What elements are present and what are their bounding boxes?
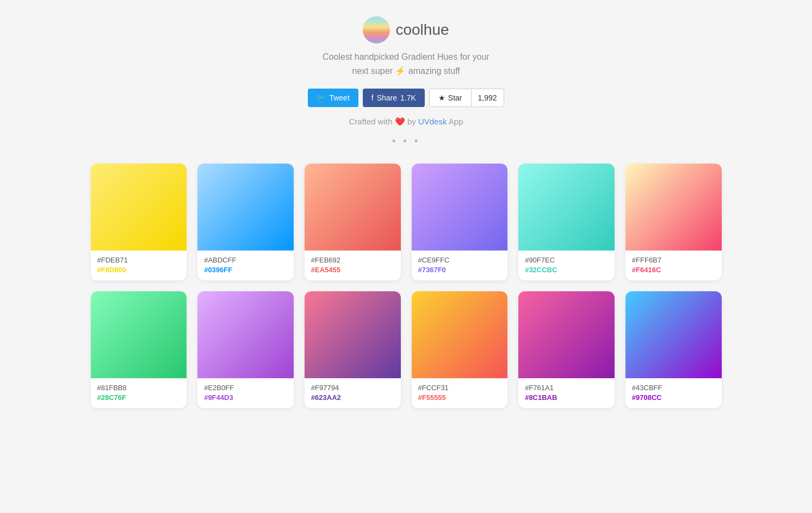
gradient-swatch-2 [197, 164, 294, 251]
logo-icon [363, 16, 390, 43]
gradient-info-3: #FEB692#EA5455 [305, 251, 401, 280]
crafted-app: App [449, 117, 463, 126]
star-group: ★ Star 1,992 [429, 89, 504, 107]
color-end-12: #9708CC [632, 393, 715, 402]
color-end-11: #8C1BAB [525, 393, 608, 402]
gradient-info-8: #E2B0FF#9F44D3 [197, 378, 294, 408]
gradient-info-10: #FCCF31#F55555 [412, 378, 508, 408]
gradient-swatch-7 [91, 291, 187, 378]
gradient-info-5: #90F7EC#32CCBC [518, 251, 615, 280]
gradient-info-11: #F761A1#8C1BAB [518, 378, 615, 408]
color-end-7: #28C76F [97, 393, 181, 402]
color-start-11: #F761A1 [525, 384, 608, 392]
crafted-by: by [407, 117, 416, 126]
gradient-card-12[interactable]: #43CBFF#9708CC [625, 291, 722, 408]
tweet-button[interactable]: 🐦 Tweet [308, 89, 358, 107]
color-end-3: #EA5455 [311, 266, 394, 274]
gradient-swatch-3 [305, 164, 401, 251]
color-end-9: #623AA2 [311, 393, 394, 402]
gradient-swatch-8 [197, 291, 294, 378]
color-start-10: #FCCF31 [418, 384, 501, 392]
color-end-10: #F55555 [418, 393, 501, 402]
color-end-6: #F6416C [632, 266, 715, 274]
facebook-icon: f [371, 93, 374, 102]
gradient-card-1[interactable]: #FDEB71#F8D800 [91, 164, 187, 280]
logo-area: coolhue [91, 16, 722, 43]
gradient-card-5[interactable]: #90F7EC#32CCBC [518, 164, 615, 280]
gradient-swatch-1 [91, 164, 187, 251]
twitter-icon: 🐦 [317, 93, 326, 102]
share-count: 1.7K [400, 93, 416, 102]
gradient-info-9: #F97794#623AA2 [305, 378, 401, 408]
gradient-card-7[interactable]: #81FBB8#28C76F [91, 291, 187, 408]
gradient-card-8[interactable]: #E2B0FF#9F44D3 [197, 291, 294, 408]
color-end-1: #F8D800 [97, 266, 181, 274]
action-buttons: 🐦 Tweet f Share 1.7K ★ Star 1,992 [91, 89, 722, 107]
gradient-swatch-12 [625, 291, 722, 378]
color-start-3: #FEB692 [311, 256, 394, 264]
share-label: Share [377, 93, 397, 102]
gradient-card-3[interactable]: #FEB692#EA5455 [305, 164, 401, 280]
gradient-card-10[interactable]: #FCCF31#F55555 [412, 291, 508, 408]
color-end-4: #7367F0 [418, 266, 501, 274]
color-start-2: #ABDCFF [204, 256, 287, 264]
gradient-swatch-11 [518, 291, 615, 378]
subtitle-line2: next super ⚡ amazing stuff [352, 66, 460, 76]
gradient-info-12: #43CBFF#9708CC [625, 378, 722, 408]
gradient-info-2: #ABDCFF#0396FF [197, 251, 294, 280]
color-start-12: #43CBFF [632, 384, 715, 392]
gradient-card-9[interactable]: #F97794#623AA2 [305, 291, 401, 408]
color-start-9: #F97794 [311, 384, 394, 392]
subtitle-line1: Coolest handpicked Gradient Hues for you… [323, 52, 489, 61]
color-end-5: #32CCBC [525, 266, 608, 274]
star-label: Star [448, 93, 462, 102]
gradient-card-4[interactable]: #CE9FFC#7367F0 [412, 164, 508, 280]
gradient-info-7: #81FBB8#28C76F [91, 378, 187, 408]
gradient-swatch-9 [305, 291, 401, 378]
crafted-text: Crafted with ❤️ by UVdesk App [91, 117, 722, 127]
color-start-1: #FDEB71 [97, 256, 181, 264]
gradient-info-1: #FDEB71#F8D800 [91, 251, 187, 280]
gradient-swatch-4 [412, 164, 508, 251]
color-start-4: #CE9FFC [418, 256, 501, 264]
color-end-8: #9F44D3 [204, 393, 287, 402]
gradient-swatch-5 [518, 164, 615, 251]
star-button[interactable]: ★ Star [429, 89, 472, 107]
color-start-6: #FFF6B7 [632, 256, 715, 264]
gradient-swatch-10 [412, 291, 508, 378]
gradient-card-2[interactable]: #ABDCFF#0396FF [197, 164, 294, 280]
uvdesk-link[interactable]: UVdesk [418, 117, 447, 126]
header: coolhue Coolest handpicked Gradient Hues… [91, 16, 722, 147]
color-end-2: #0396FF [204, 266, 287, 274]
star-icon: ★ [438, 93, 445, 102]
gradient-card-6[interactable]: #FFF6B7#F6416C [625, 164, 722, 280]
color-start-7: #81FBB8 [97, 384, 181, 392]
star-count: 1,992 [472, 89, 504, 107]
page-wrapper: coolhue Coolest handpicked Gradient Hues… [80, 0, 733, 424]
app-name: coolhue [395, 21, 449, 39]
heart-icon: ❤️ [395, 117, 407, 126]
gradient-swatch-6 [625, 164, 722, 251]
gradient-card-11[interactable]: #F761A1#8C1BAB [518, 291, 615, 408]
gradient-info-6: #FFF6B7#F6416C [625, 251, 722, 280]
share-button[interactable]: f Share 1.7K [363, 89, 425, 107]
color-start-8: #E2B0FF [204, 384, 287, 392]
subtitle: Coolest handpicked Gradient Hues for you… [91, 50, 722, 78]
tweet-label: Tweet [329, 93, 349, 102]
color-start-5: #90F7EC [525, 256, 608, 264]
crafted-prefix: Crafted with [349, 117, 393, 126]
gradient-info-4: #CE9FFC#7367F0 [412, 251, 508, 280]
gradient-grid: #FDEB71#F8D800#ABDCFF#0396FF#FEB692#EA54… [91, 164, 722, 408]
dots: • • • [91, 135, 722, 147]
